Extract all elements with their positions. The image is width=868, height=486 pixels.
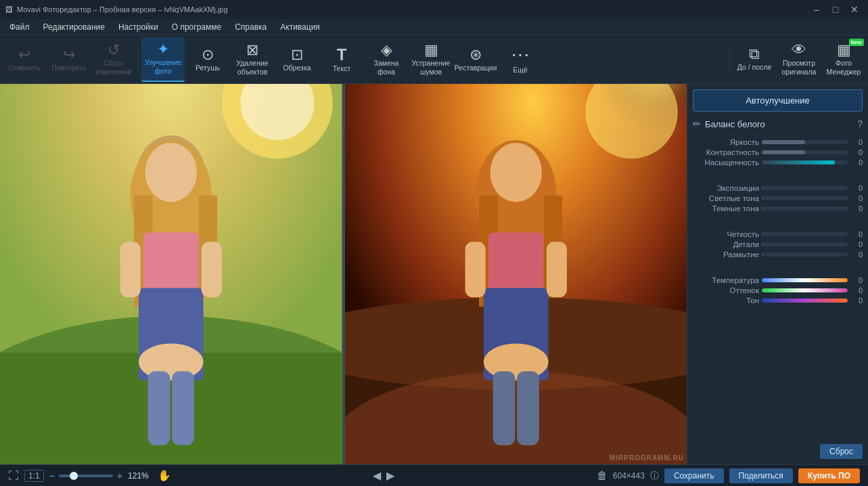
saturation-value: 0 <box>850 158 863 167</box>
undo-label: Отменить <box>8 64 41 72</box>
toolbar: ↩ Отменить ↪ Повторить ↺ Сбросизменений … <box>0 35 868 84</box>
buy-button[interactable]: Купить ПО <box>798 468 860 483</box>
zoom-out-icon[interactable]: − <box>49 470 55 481</box>
restore-button[interactable]: ⊛ Реставрация <box>454 37 497 82</box>
text-icon: T <box>337 47 347 63</box>
remove-label: Удалениеобъектов <box>236 59 268 76</box>
new-badge: New <box>849 39 864 46</box>
menu-file[interactable]: Файл <box>3 21 37 33</box>
redo-icon: ↪ <box>63 47 75 62</box>
more-button[interactable]: ⋯ Ещё <box>499 37 542 82</box>
highlights-track[interactable] <box>762 196 848 200</box>
blur-label: Размытие <box>693 250 759 259</box>
svg-point-26 <box>490 143 542 202</box>
highlights-label: Светлые тона <box>693 194 759 202</box>
share-button[interactable]: Поделиться <box>729 468 793 483</box>
denoise-button[interactable]: ▦ Устранениешумов <box>409 37 453 82</box>
menu-edit[interactable]: Редактирование <box>37 21 112 33</box>
crop-button[interactable]: ⊡ Обрезка <box>275 37 319 82</box>
auto-enhance-button[interactable]: Автоулучшение <box>693 89 863 112</box>
svg-rect-30 <box>546 242 566 297</box>
reset-adjustments-button[interactable]: Сброс <box>820 444 863 459</box>
svg-point-31 <box>483 343 548 380</box>
exposure-label: Экспозиция <box>693 184 759 192</box>
brightness-value: 0 <box>850 138 863 146</box>
temperature-track[interactable] <box>762 278 848 282</box>
zoom-in-icon[interactable]: + <box>117 470 122 481</box>
sliders-group-1: Яркость 0 Контрастность 0 Насыщенность 0 <box>693 136 863 169</box>
sliders-group-2: Экспозиция 0 Светлые тона 0 Темные тона … <box>693 182 863 215</box>
zoom-slider[interactable] <box>59 474 113 477</box>
next-photo-button[interactable]: ▶ <box>386 469 394 482</box>
app-icon: 🖼 <box>5 5 13 14</box>
close-button[interactable]: ✕ <box>846 3 863 16</box>
menu-about[interactable]: О программе <box>165 21 228 33</box>
shadows-track[interactable] <box>762 206 848 211</box>
remove-objects-button[interactable]: ⊠ Удалениеобъектов <box>231 37 274 82</box>
sharpness-track[interactable] <box>762 232 848 236</box>
menu-help[interactable]: Справка <box>228 21 273 33</box>
blur-track[interactable] <box>762 252 848 257</box>
maximize-button[interactable]: □ <box>827 3 844 16</box>
details-track[interactable] <box>762 242 848 246</box>
menu-activate[interactable]: Активация <box>273 21 327 33</box>
svg-rect-12 <box>120 242 141 297</box>
highlights-value: 0 <box>850 194 863 202</box>
before-after-button[interactable]: ⧉ До / после <box>733 37 776 82</box>
toolbar-separator-2 <box>729 43 730 76</box>
before-after-icon: ⧉ <box>749 47 760 62</box>
section-title: Баланс белого <box>705 119 853 129</box>
minimize-button[interactable]: – <box>808 3 825 16</box>
bg-icon: ◈ <box>381 43 392 58</box>
view-original-button[interactable]: 👁 Просмотроригинала <box>777 37 821 82</box>
reset-icon: ↺ <box>108 43 120 58</box>
svg-rect-15 <box>148 371 170 445</box>
undo-icon: ↩ <box>18 47 30 62</box>
saturation-track[interactable] <box>762 160 848 164</box>
enhance-button[interactable]: ✦ Улучшениефото <box>141 37 185 82</box>
undo-button[interactable]: ↩ Отменить <box>3 37 46 82</box>
bg-replace-button[interactable]: ◈ Заменафона <box>365 37 408 82</box>
saturation-row: Насыщенность 0 <box>693 158 863 167</box>
redo-button[interactable]: ↪ Повторить <box>47 37 91 82</box>
titlebar: 🖼 Movavi Фоторедактор – Пробная версия –… <box>0 0 868 19</box>
blur-value: 0 <box>850 250 863 259</box>
exposure-row: Экспозиция 0 <box>693 184 863 192</box>
svg-rect-13 <box>202 242 222 297</box>
retouch-button[interactable]: ⊙ Ретушь <box>186 37 229 82</box>
crop-icon: ⊡ <box>291 47 303 62</box>
highlights-row: Светлые тона 0 <box>693 194 863 202</box>
text-button[interactable]: T Текст <box>320 37 363 82</box>
prev-photo-button[interactable]: ◀ <box>373 469 381 482</box>
contrast-track[interactable] <box>762 150 848 154</box>
restore-icon: ⊛ <box>470 47 482 62</box>
sharpness-value: 0 <box>850 230 863 238</box>
svg-rect-29 <box>465 242 485 297</box>
menu-settings[interactable]: Настройки <box>112 21 165 33</box>
shadows-label: Темные тона <box>693 204 759 213</box>
crop-label: Обрезка <box>283 64 311 72</box>
temperature-row: Температура 0 <box>693 276 863 284</box>
save-button[interactable]: Сохранить <box>664 468 724 483</box>
brightness-track[interactable] <box>762 140 848 144</box>
menubar: Файл Редактирование Настройки О программ… <box>0 19 868 35</box>
more-label: Ещё <box>513 66 527 74</box>
delete-icon[interactable]: 🗑 <box>597 470 608 482</box>
ratio-button[interactable]: 1:1 <box>24 470 44 482</box>
tone-track[interactable] <box>762 299 848 303</box>
main-area: MIRPROGRAMM.RU Автоулучшение ✏ Баланс бе… <box>0 84 868 464</box>
fullscreen-icon[interactable]: ⛶ <box>8 470 19 482</box>
tint-track[interactable] <box>762 288 848 292</box>
exposure-track[interactable] <box>762 186 848 190</box>
file-dimensions: 604×443 <box>613 471 645 481</box>
help-icon[interactable]: ? <box>857 118 863 129</box>
hand-tool-icon[interactable]: ✋ <box>158 469 171 482</box>
denoise-label: Устранениешумов <box>412 59 451 76</box>
svg-rect-32 <box>493 371 515 445</box>
reset-button[interactable]: ↺ Сбросизменений <box>92 37 135 82</box>
photo-manager-button[interactable]: New ▦ ФотоМенеджер <box>822 37 865 82</box>
denoise-icon: ▦ <box>424 43 438 58</box>
info-icon[interactable]: ⓘ <box>650 470 659 482</box>
svg-point-9 <box>145 143 197 202</box>
pencil-icon: ✏ <box>693 118 701 129</box>
